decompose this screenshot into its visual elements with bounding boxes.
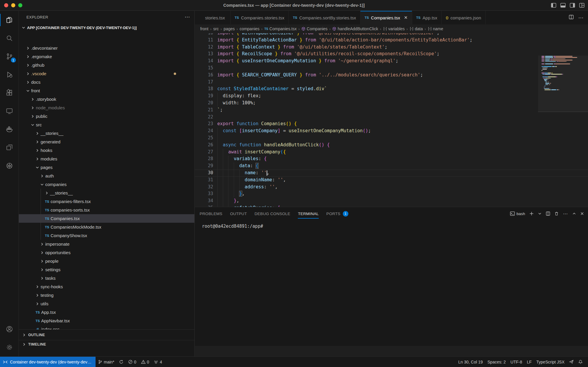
code-line-24[interactable]: 24 const [insertCompany] = useInsertOneC… bbox=[195, 128, 588, 135]
split-terminal-icon[interactable] bbox=[546, 212, 550, 216]
line-number[interactable]: 27 bbox=[195, 149, 213, 156]
line-number[interactable]: 28 bbox=[195, 155, 213, 162]
breadcrumb-item-handleaddbuttonclick[interactable]: handleAddButtonClick bbox=[332, 26, 378, 31]
breadcrumb-item-companies[interactable]: companies bbox=[240, 26, 260, 31]
line-number[interactable]: 24 bbox=[195, 128, 213, 135]
code-line-18[interactable]: 18const StyledTableContainer = styled.di… bbox=[195, 86, 588, 93]
tree-item-app.tsx[interactable]: TSApp.tsx bbox=[19, 308, 194, 316]
breadcrumb-item-companies.tsx[interactable]: TSCompanies.tsx bbox=[264, 26, 297, 31]
extensions-icon[interactable] bbox=[0, 84, 19, 102]
tree-item-people[interactable]: people bbox=[19, 257, 194, 265]
tree-item-pages[interactable]: pages bbox=[19, 163, 194, 172]
explorer-more-actions-icon[interactable]: ⋯ bbox=[185, 14, 190, 20]
code-line-31[interactable]: 31 domainName: '', bbox=[195, 177, 588, 184]
workspace-section-header[interactable]: APP [CONTAINER DEV-TWENTY-DEV (DEV-TWENT… bbox=[19, 23, 194, 32]
minimap-slider[interactable] bbox=[538, 56, 588, 112]
code-line-28[interactable]: 28 variables: { bbox=[195, 155, 588, 162]
code-line-17[interactable]: 17 bbox=[195, 79, 588, 86]
line-number[interactable]: 32 bbox=[195, 184, 213, 191]
line-number[interactable]: 23 bbox=[195, 120, 213, 128]
dev-containers-icon[interactable] bbox=[0, 138, 19, 157]
line-number[interactable]: 17 bbox=[195, 79, 213, 86]
status-git-branch[interactable]: main* bbox=[96, 357, 117, 367]
line-number[interactable]: 34 bbox=[195, 197, 213, 205]
tree-item-testing[interactable]: testing bbox=[19, 291, 194, 299]
tree-item-.storybook[interactable]: .storybook bbox=[19, 95, 194, 103]
breadcrumb-item-name[interactable]: name bbox=[428, 26, 443, 31]
split-editor-icon[interactable] bbox=[569, 15, 574, 21]
tree-item-.vscode[interactable]: .vscode bbox=[19, 69, 194, 78]
panel-tab-problems[interactable]: PROBLEMS bbox=[200, 207, 222, 220]
kubernetes-icon[interactable] bbox=[0, 157, 19, 175]
tree-item-node-modules[interactable]: node_modules bbox=[19, 103, 194, 112]
status-git-sync[interactable] bbox=[117, 357, 126, 367]
code-line-29[interactable]: 29 data: { bbox=[195, 162, 588, 170]
code-line-22[interactable]: 22 bbox=[195, 114, 588, 121]
editor-more-actions-icon[interactable]: ⋯ bbox=[578, 15, 583, 21]
tree-item--stories-[interactable]: __stories__ bbox=[19, 129, 194, 138]
line-number[interactable]: 11 bbox=[195, 37, 213, 44]
tree-item-opportunities[interactable]: opportunities bbox=[19, 248, 194, 257]
terminal-output[interactable]: root@0a42ecd84891:/app# bbox=[195, 220, 588, 346]
code-line-26[interactable]: 26 async function handleAddButtonClick()… bbox=[195, 142, 588, 149]
tree-item-appnavbar.tsx[interactable]: TSAppNavbar.tsx bbox=[19, 316, 194, 325]
breadcrumb-item-pages[interactable]: pages bbox=[223, 26, 235, 31]
tree-item-companies.tsx[interactable]: TSCompanies.tsx bbox=[19, 214, 194, 223]
sidebar-section-outline[interactable]: OUTLINE bbox=[19, 329, 194, 340]
tree-item-hooks[interactable]: hooks bbox=[19, 146, 194, 155]
code-line-30[interactable]: 30 name: '', bbox=[195, 170, 588, 177]
toggle-panel-icon[interactable] bbox=[560, 3, 566, 8]
close-panel-icon[interactable] bbox=[580, 212, 584, 215]
line-number[interactable]: 29 bbox=[195, 162, 213, 170]
tree-item-modules[interactable]: modules bbox=[19, 155, 194, 163]
customize-layout-icon[interactable] bbox=[579, 3, 584, 8]
code-line-20[interactable]: 20 width: 100%; bbox=[195, 100, 588, 107]
line-number[interactable]: 22 bbox=[195, 114, 213, 121]
line-number[interactable]: 21 bbox=[195, 107, 213, 114]
terminal-shell-selector[interactable]: bash bbox=[510, 212, 525, 216]
search-icon[interactable] bbox=[0, 29, 19, 47]
toggle-secondary-sidebar-icon[interactable] bbox=[570, 3, 575, 8]
line-number[interactable]: 18 bbox=[195, 86, 213, 93]
panel-more-actions-icon[interactable]: ⋯ bbox=[563, 211, 568, 217]
tree-item-generated[interactable]: generated bbox=[19, 138, 194, 146]
line-number[interactable]: 13 bbox=[195, 51, 213, 58]
panel-tab-debug-console[interactable]: DEBUG CONSOLE bbox=[255, 207, 290, 220]
line-number[interactable]: 19 bbox=[195, 93, 213, 100]
tree-item-companyshow.tsx[interactable]: TSCompanyShow.tsx bbox=[19, 231, 194, 240]
status-warnings[interactable]: 0 bbox=[139, 357, 152, 367]
line-number[interactable]: 12 bbox=[195, 44, 213, 51]
manage-icon[interactable] bbox=[0, 338, 19, 356]
sidebar-section-timeline[interactable]: TIMELINE bbox=[19, 340, 194, 348]
line-number[interactable]: 16 bbox=[195, 72, 213, 79]
breadcrumb-item-front[interactable]: front bbox=[200, 26, 208, 31]
status-cursor-position[interactable]: Ln 30, Col 19 bbox=[456, 357, 485, 367]
code-line-15[interactable]: 15 bbox=[195, 65, 588, 72]
status-indentation[interactable]: Spaces: 2 bbox=[485, 357, 508, 367]
code-line-23[interactable]: 23export function Companies() { bbox=[195, 120, 588, 128]
tab-companies.tsx[interactable]: TSCompanies.tsx✕ bbox=[360, 11, 412, 24]
remote-explorer-icon[interactable] bbox=[0, 102, 19, 120]
status-errors[interactable]: 0 bbox=[126, 357, 139, 367]
remote-indicator[interactable]: Container dev-twenty-dev (dev-twenty-dev… bbox=[0, 357, 96, 367]
code-line-21[interactable]: 21`; bbox=[195, 107, 588, 114]
accounts-icon[interactable] bbox=[0, 320, 19, 338]
tree-item-src[interactable]: src bbox=[19, 120, 194, 129]
maximize-panel-icon[interactable] bbox=[572, 212, 576, 215]
line-number[interactable]: 33 bbox=[195, 190, 213, 197]
code-line-34[interactable]: 34 }, bbox=[195, 197, 588, 205]
zoom-window-button[interactable] bbox=[18, 3, 22, 7]
tree-item-docs[interactable]: docs bbox=[19, 78, 194, 86]
code-editor[interactable]: 10import { WithTopBarContainer } from '@… bbox=[195, 33, 588, 217]
tree-item-.devcontainer[interactable]: .devcontainer bbox=[19, 44, 194, 52]
tree-item-companies-filters.tsx[interactable]: TScompanies-filters.tsx bbox=[19, 197, 194, 206]
tab-stories.tsx[interactable]: stories.tsx bbox=[195, 11, 230, 24]
kill-terminal-icon[interactable] bbox=[554, 212, 559, 216]
code-line-14[interactable]: 14import { useInsertOneCompanyMutation }… bbox=[195, 58, 588, 65]
tab-companies.sortby.stories.tsx[interactable]: TSCompanies.sortBy.stories.tsx bbox=[289, 11, 360, 24]
explorer-icon[interactable] bbox=[0, 11, 19, 29]
status-eol[interactable]: LF bbox=[524, 357, 534, 367]
source-control-icon[interactable]: 1 bbox=[0, 47, 19, 66]
tree-item-companies-sorts.tsx[interactable]: TScompanies-sorts.tsx bbox=[19, 206, 194, 214]
panel-tab-output[interactable]: OUTPUT bbox=[230, 207, 247, 220]
